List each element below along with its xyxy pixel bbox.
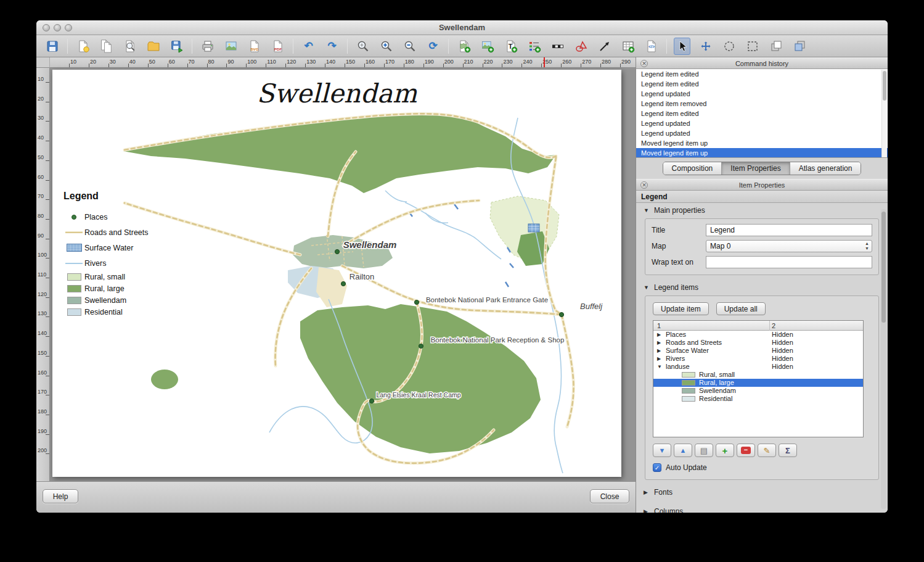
edit-item-button[interactable]: ✎ xyxy=(758,444,776,457)
swatch-swellendam xyxy=(682,388,695,394)
update-item-button[interactable]: Update item xyxy=(653,302,709,315)
close-button-dialog[interactable]: Close xyxy=(590,489,629,503)
history-item[interactable]: Legend item edited xyxy=(636,79,888,89)
table-row[interactable]: Swellendam xyxy=(653,387,863,395)
add-map-icon[interactable] xyxy=(456,38,472,55)
new-composition-icon[interactable] xyxy=(75,38,91,55)
table-row[interactable]: Residential xyxy=(653,395,863,403)
select-zoom-region-icon[interactable] xyxy=(721,38,737,55)
main-properties-section[interactable]: ▼ Main properties xyxy=(636,203,888,217)
history-item[interactable]: Legend updated xyxy=(636,89,888,99)
add-legend-icon[interactable] xyxy=(526,38,542,55)
map-select[interactable]: Map 0 ▲▼ xyxy=(706,240,872,252)
select-move-item-icon[interactable] xyxy=(674,38,690,55)
add-item-button[interactable]: + xyxy=(716,444,734,457)
add-label-icon[interactable]: T xyxy=(502,38,519,55)
columns-section[interactable]: ▶ Columns xyxy=(636,504,888,513)
canvas-viewport[interactable]: Swellendam xyxy=(50,68,636,481)
tab-item-properties[interactable]: Item Properties xyxy=(722,162,790,175)
table-row-selected[interactable]: Rural, large xyxy=(653,379,863,387)
table-row[interactable]: ▼landuseHidden xyxy=(653,363,863,371)
ruler-tick xyxy=(46,336,49,337)
ruler-number: 140 xyxy=(326,59,335,65)
history-item[interactable]: Legend updated xyxy=(636,128,888,138)
ruler-number: 110 xyxy=(38,271,46,278)
zoom-full-icon[interactable] xyxy=(354,38,371,55)
help-button[interactable]: Help xyxy=(43,489,78,503)
map-field-label: Map xyxy=(652,242,706,250)
tab-atlas-generation[interactable]: Atlas generation xyxy=(790,162,861,175)
history-item[interactable]: Moved legend item up xyxy=(636,138,888,148)
expander-icon[interactable]: ▶ xyxy=(657,331,661,339)
add-scalebar-icon[interactable] xyxy=(549,38,566,55)
export-pdf-icon[interactable]: PDF xyxy=(269,38,286,55)
update-all-button[interactable]: Update all xyxy=(716,302,766,315)
tab-composition[interactable]: Composition xyxy=(663,162,722,175)
panel-scrollbar[interactable] xyxy=(881,209,886,509)
duplicate-composition-icon[interactable] xyxy=(98,38,115,55)
history-scrollbar[interactable] xyxy=(881,70,887,157)
table-row[interactable]: ▶Surface WaterHidden xyxy=(653,347,863,355)
ruler-number: 110 xyxy=(267,59,276,65)
zoom-out-icon[interactable] xyxy=(401,38,418,55)
properties-scroll-area: ▼ Main properties Title Map Map 0 ▲▼ Wra… xyxy=(636,203,888,513)
table-row[interactable]: ▶Roads and StreetsHidden xyxy=(653,339,863,347)
command-history-list[interactable]: Legend item edited Legend item edited Le… xyxy=(636,69,888,158)
ruler-number: 60 xyxy=(169,59,175,65)
export-image-icon[interactable] xyxy=(223,38,239,55)
label-reception: Bontebok National Park Reception & Shop xyxy=(431,336,565,344)
fonts-section[interactable]: ▶ Fonts xyxy=(636,485,888,499)
print-icon[interactable] xyxy=(199,38,216,55)
wrap-text-field[interactable] xyxy=(706,256,872,268)
table-row[interactable]: ▶RiversHidden xyxy=(653,355,863,363)
redo-icon[interactable]: ↷ xyxy=(324,38,340,55)
toolbar-separator xyxy=(293,39,293,54)
table-row[interactable]: ▶PlacesHidden xyxy=(653,331,863,339)
auto-update-checkbox[interactable]: ✓ xyxy=(653,463,661,472)
history-item[interactable]: Legend updated xyxy=(636,118,888,128)
add-image-icon[interactable] xyxy=(479,38,496,55)
history-item-selected[interactable]: Moved legend item up xyxy=(636,148,888,158)
history-item[interactable]: Legend item edited xyxy=(636,109,888,118)
ruler-tick xyxy=(46,180,49,181)
expander-icon[interactable]: ▼ xyxy=(657,363,662,371)
export-svg-icon[interactable]: SVG xyxy=(246,38,263,55)
legend-items-section[interactable]: ▼ Legend items xyxy=(636,280,888,294)
load-from-template-icon[interactable] xyxy=(145,38,161,55)
add-attribute-table-icon[interactable] xyxy=(619,38,636,55)
expander-icon[interactable]: ▶ xyxy=(657,355,661,363)
add-html-frame-icon[interactable]: </> xyxy=(643,38,660,55)
move-item-down-button[interactable]: ▼ xyxy=(653,444,671,457)
add-shape-icon[interactable] xyxy=(573,38,589,55)
pan-composer-icon[interactable] xyxy=(744,38,761,55)
ruler-number: 130 xyxy=(306,59,316,65)
ruler-number: 290 xyxy=(621,59,631,65)
map-legend[interactable]: Legend Places Roads and Streets Surface … xyxy=(63,191,168,318)
save-icon[interactable] xyxy=(44,38,60,55)
count-features-button[interactable]: Σ xyxy=(779,444,797,457)
composition-manager-icon[interactable] xyxy=(121,38,138,55)
title-field[interactable] xyxy=(706,224,872,236)
panel-tabs: Composition Item Properties Atlas genera… xyxy=(636,158,888,179)
table-row[interactable]: Rural, small xyxy=(653,371,863,379)
move-item-up-button[interactable]: ▲ xyxy=(674,444,692,457)
zoom-in-icon[interactable] xyxy=(378,38,395,55)
undo-icon[interactable]: ↶ xyxy=(300,38,317,55)
refresh-view-icon[interactable]: ⟳ xyxy=(425,38,441,55)
ruler-tick xyxy=(483,64,483,67)
raise-selected-items-icon[interactable] xyxy=(767,38,784,55)
move-item-content-icon[interactable] xyxy=(697,38,714,55)
expander-icon[interactable]: ▶ xyxy=(657,347,661,355)
lower-selected-items-icon[interactable] xyxy=(791,38,807,55)
history-item[interactable]: Legend item removed xyxy=(636,99,888,109)
history-item[interactable]: Legend item edited xyxy=(636,69,888,79)
add-arrow-icon[interactable] xyxy=(596,38,613,55)
ruler-tick xyxy=(46,415,49,415)
expander-icon[interactable]: ▶ xyxy=(657,339,661,347)
remove-item-button[interactable]: − xyxy=(737,444,755,457)
item-properties-title: Item Properties xyxy=(636,181,888,189)
save-as-template-icon[interactable] xyxy=(168,38,185,55)
legend-items-tree[interactable]: 1 2 ▶PlacesHidden ▶Roads and StreetsHidd… xyxy=(653,320,864,437)
add-group-button[interactable]: ▤ xyxy=(695,444,713,457)
composition-page[interactable]: Swellendam xyxy=(52,70,621,477)
